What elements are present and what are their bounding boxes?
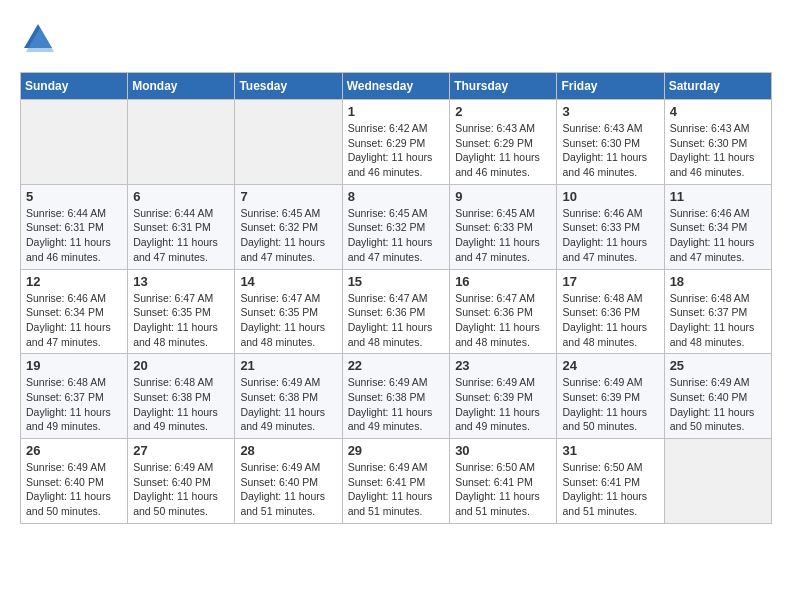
day-info: Sunrise: 6:49 AM Sunset: 6:40 PM Dayligh… <box>133 460 229 519</box>
calendar-week-4: 19Sunrise: 6:48 AM Sunset: 6:37 PM Dayli… <box>21 354 772 439</box>
day-info: Sunrise: 6:49 AM Sunset: 6:40 PM Dayligh… <box>670 375 766 434</box>
day-number: 30 <box>455 443 551 458</box>
day-number: 9 <box>455 189 551 204</box>
day-number: 15 <box>348 274 445 289</box>
calendar-cell: 1Sunrise: 6:42 AM Sunset: 6:29 PM Daylig… <box>342 100 450 185</box>
calendar-week-2: 5Sunrise: 6:44 AM Sunset: 6:31 PM Daylig… <box>21 184 772 269</box>
day-number: 17 <box>562 274 658 289</box>
day-number: 31 <box>562 443 658 458</box>
day-info: Sunrise: 6:47 AM Sunset: 6:35 PM Dayligh… <box>133 291 229 350</box>
day-number: 4 <box>670 104 766 119</box>
calendar-week-5: 26Sunrise: 6:49 AM Sunset: 6:40 PM Dayli… <box>21 439 772 524</box>
page-header <box>20 20 772 56</box>
day-number: 3 <box>562 104 658 119</box>
day-info: Sunrise: 6:43 AM Sunset: 6:30 PM Dayligh… <box>670 121 766 180</box>
day-number: 28 <box>240 443 336 458</box>
calendar-cell <box>128 100 235 185</box>
day-number: 24 <box>562 358 658 373</box>
day-number: 7 <box>240 189 336 204</box>
day-number: 27 <box>133 443 229 458</box>
calendar-cell: 31Sunrise: 6:50 AM Sunset: 6:41 PM Dayli… <box>557 439 664 524</box>
calendar-cell: 18Sunrise: 6:48 AM Sunset: 6:37 PM Dayli… <box>664 269 771 354</box>
calendar-cell: 12Sunrise: 6:46 AM Sunset: 6:34 PM Dayli… <box>21 269 128 354</box>
day-info: Sunrise: 6:49 AM Sunset: 6:41 PM Dayligh… <box>348 460 445 519</box>
day-number: 22 <box>348 358 445 373</box>
day-info: Sunrise: 6:47 AM Sunset: 6:36 PM Dayligh… <box>455 291 551 350</box>
calendar-cell: 25Sunrise: 6:49 AM Sunset: 6:40 PM Dayli… <box>664 354 771 439</box>
day-number: 20 <box>133 358 229 373</box>
calendar-cell: 20Sunrise: 6:48 AM Sunset: 6:38 PM Dayli… <box>128 354 235 439</box>
day-info: Sunrise: 6:49 AM Sunset: 6:39 PM Dayligh… <box>562 375 658 434</box>
day-info: Sunrise: 6:49 AM Sunset: 6:39 PM Dayligh… <box>455 375 551 434</box>
calendar-week-1: 1Sunrise: 6:42 AM Sunset: 6:29 PM Daylig… <box>21 100 772 185</box>
calendar-cell: 14Sunrise: 6:47 AM Sunset: 6:35 PM Dayli… <box>235 269 342 354</box>
day-number: 18 <box>670 274 766 289</box>
day-number: 16 <box>455 274 551 289</box>
day-info: Sunrise: 6:49 AM Sunset: 6:40 PM Dayligh… <box>240 460 336 519</box>
day-info: Sunrise: 6:43 AM Sunset: 6:29 PM Dayligh… <box>455 121 551 180</box>
column-header-friday: Friday <box>557 73 664 100</box>
day-number: 19 <box>26 358 122 373</box>
day-info: Sunrise: 6:49 AM Sunset: 6:38 PM Dayligh… <box>348 375 445 434</box>
calendar-header-row: SundayMondayTuesdayWednesdayThursdayFrid… <box>21 73 772 100</box>
day-info: Sunrise: 6:48 AM Sunset: 6:37 PM Dayligh… <box>26 375 122 434</box>
calendar-cell: 7Sunrise: 6:45 AM Sunset: 6:32 PM Daylig… <box>235 184 342 269</box>
calendar-cell <box>664 439 771 524</box>
logo <box>20 20 62 56</box>
day-info: Sunrise: 6:48 AM Sunset: 6:36 PM Dayligh… <box>562 291 658 350</box>
day-info: Sunrise: 6:49 AM Sunset: 6:38 PM Dayligh… <box>240 375 336 434</box>
calendar-cell: 29Sunrise: 6:49 AM Sunset: 6:41 PM Dayli… <box>342 439 450 524</box>
calendar-cell: 5Sunrise: 6:44 AM Sunset: 6:31 PM Daylig… <box>21 184 128 269</box>
day-info: Sunrise: 6:50 AM Sunset: 6:41 PM Dayligh… <box>455 460 551 519</box>
day-info: Sunrise: 6:45 AM Sunset: 6:33 PM Dayligh… <box>455 206 551 265</box>
calendar-cell: 8Sunrise: 6:45 AM Sunset: 6:32 PM Daylig… <box>342 184 450 269</box>
calendar-cell: 19Sunrise: 6:48 AM Sunset: 6:37 PM Dayli… <box>21 354 128 439</box>
column-header-sunday: Sunday <box>21 73 128 100</box>
calendar-cell: 2Sunrise: 6:43 AM Sunset: 6:29 PM Daylig… <box>450 100 557 185</box>
calendar-cell: 23Sunrise: 6:49 AM Sunset: 6:39 PM Dayli… <box>450 354 557 439</box>
day-number: 5 <box>26 189 122 204</box>
day-number: 6 <box>133 189 229 204</box>
calendar-cell: 21Sunrise: 6:49 AM Sunset: 6:38 PM Dayli… <box>235 354 342 439</box>
day-number: 25 <box>670 358 766 373</box>
calendar-cell: 11Sunrise: 6:46 AM Sunset: 6:34 PM Dayli… <box>664 184 771 269</box>
day-number: 29 <box>348 443 445 458</box>
day-number: 8 <box>348 189 445 204</box>
calendar-cell: 30Sunrise: 6:50 AM Sunset: 6:41 PM Dayli… <box>450 439 557 524</box>
day-info: Sunrise: 6:44 AM Sunset: 6:31 PM Dayligh… <box>26 206 122 265</box>
column-header-saturday: Saturday <box>664 73 771 100</box>
calendar-cell <box>21 100 128 185</box>
day-info: Sunrise: 6:48 AM Sunset: 6:37 PM Dayligh… <box>670 291 766 350</box>
calendar-cell: 9Sunrise: 6:45 AM Sunset: 6:33 PM Daylig… <box>450 184 557 269</box>
day-info: Sunrise: 6:49 AM Sunset: 6:40 PM Dayligh… <box>26 460 122 519</box>
column-header-monday: Monday <box>128 73 235 100</box>
day-info: Sunrise: 6:46 AM Sunset: 6:33 PM Dayligh… <box>562 206 658 265</box>
day-info: Sunrise: 6:50 AM Sunset: 6:41 PM Dayligh… <box>562 460 658 519</box>
calendar-cell: 22Sunrise: 6:49 AM Sunset: 6:38 PM Dayli… <box>342 354 450 439</box>
day-number: 10 <box>562 189 658 204</box>
calendar-cell: 17Sunrise: 6:48 AM Sunset: 6:36 PM Dayli… <box>557 269 664 354</box>
day-number: 26 <box>26 443 122 458</box>
calendar-week-3: 12Sunrise: 6:46 AM Sunset: 6:34 PM Dayli… <box>21 269 772 354</box>
column-header-wednesday: Wednesday <box>342 73 450 100</box>
calendar-cell: 3Sunrise: 6:43 AM Sunset: 6:30 PM Daylig… <box>557 100 664 185</box>
calendar-cell: 27Sunrise: 6:49 AM Sunset: 6:40 PM Dayli… <box>128 439 235 524</box>
calendar-cell: 28Sunrise: 6:49 AM Sunset: 6:40 PM Dayli… <box>235 439 342 524</box>
day-info: Sunrise: 6:46 AM Sunset: 6:34 PM Dayligh… <box>26 291 122 350</box>
day-info: Sunrise: 6:44 AM Sunset: 6:31 PM Dayligh… <box>133 206 229 265</box>
calendar-cell: 26Sunrise: 6:49 AM Sunset: 6:40 PM Dayli… <box>21 439 128 524</box>
calendar-cell: 6Sunrise: 6:44 AM Sunset: 6:31 PM Daylig… <box>128 184 235 269</box>
day-info: Sunrise: 6:45 AM Sunset: 6:32 PM Dayligh… <box>348 206 445 265</box>
day-number: 11 <box>670 189 766 204</box>
calendar-cell: 24Sunrise: 6:49 AM Sunset: 6:39 PM Dayli… <box>557 354 664 439</box>
day-number: 12 <box>26 274 122 289</box>
day-info: Sunrise: 6:43 AM Sunset: 6:30 PM Dayligh… <box>562 121 658 180</box>
column-header-tuesday: Tuesday <box>235 73 342 100</box>
day-info: Sunrise: 6:47 AM Sunset: 6:36 PM Dayligh… <box>348 291 445 350</box>
calendar-cell: 16Sunrise: 6:47 AM Sunset: 6:36 PM Dayli… <box>450 269 557 354</box>
day-number: 14 <box>240 274 336 289</box>
day-number: 2 <box>455 104 551 119</box>
calendar-cell: 4Sunrise: 6:43 AM Sunset: 6:30 PM Daylig… <box>664 100 771 185</box>
day-info: Sunrise: 6:48 AM Sunset: 6:38 PM Dayligh… <box>133 375 229 434</box>
day-number: 13 <box>133 274 229 289</box>
